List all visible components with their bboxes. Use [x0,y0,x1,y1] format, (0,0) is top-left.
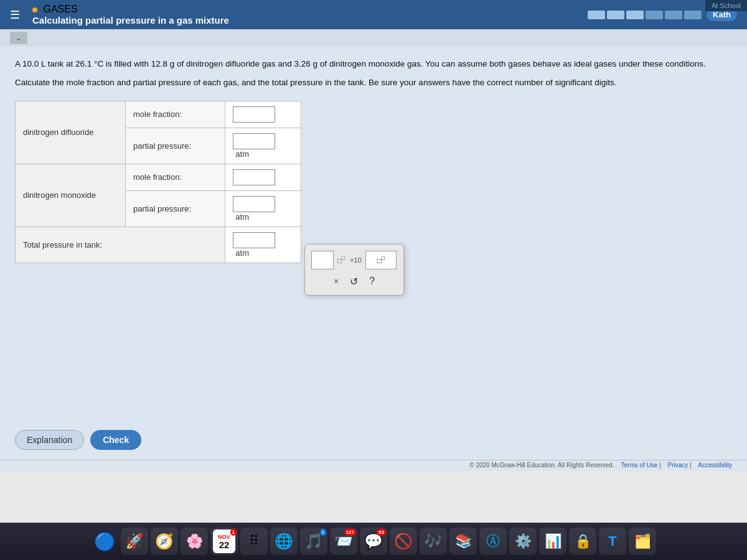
keypad-main-box[interactable] [311,251,334,269]
keypad-help-button[interactable]: ? [367,274,377,288]
chevron-area: ⌄ [0,29,747,47]
keypad-undo-button[interactable]: ↺ [347,274,360,289]
total-pressure-row: Total pressure in tank: atm [16,226,301,263]
menu-icon[interactable]: ☰ [10,8,20,22]
school-text: At School [712,2,741,9]
header-left: GASES Calculating partial pressure in a … [32,4,229,26]
progress-box-5 [665,11,682,19]
data-table: dinitrogen difluoride mole fraction: par… [15,101,301,263]
problem-text-1: A 10.0 L tank at 26.1 °C is filled with … [15,58,732,70]
dock-calendar-badge: 1 [230,529,237,536]
partial-pressure-input-2[interactable] [233,196,275,212]
check-button[interactable]: Check [90,430,141,450]
progress-box-4 [646,11,663,19]
footer-separator-1: | [659,462,662,469]
mole-fraction-label-1: mole fraction: [125,101,225,128]
dock-settings[interactable]: ⚙️ [509,528,537,555]
bottom-buttons: Explanation Check [0,420,747,460]
dock-music[interactable]: 🎶 [420,528,447,555]
main-content: A 10.0 L tank at 26.1 °C is filled with … [0,47,747,420]
dock-finder[interactable]: 🔵 [91,528,118,555]
partial-pressure-input-1[interactable] [233,133,275,149]
dock-photos2[interactable]: 🎵 1 [300,528,327,555]
footer-bar: © 2020 McGraw-Hill Education. All Rights… [0,460,747,471]
collapse-button[interactable]: ⌄ [10,32,27,44]
accessibility-link[interactable]: Accessibility [698,462,732,469]
terms-link[interactable]: Terms of Use [621,462,657,469]
atm-label-3: atm [235,248,249,258]
mole-fraction-input-cell-2 [225,164,301,190]
dock-safari[interactable]: 🧭 [151,528,178,555]
dock: 🔵 🚀 🧭 🌸 NOV 22 1 ⠿ 🌐 🎵 1 📨 127 💬 53 🚫 [0,523,747,560]
total-pressure-input-cell: atm [225,226,301,263]
category-text: GASES [43,4,77,14]
gas-label-1: dinitrogen difluoride [16,101,126,164]
gases-circle-icon [32,7,37,12]
total-pressure-label: Total pressure in tank: [16,226,225,263]
dock-appstore[interactable]: Ⓐ [479,528,507,555]
top-bar: ☰ GASES Calculating partial pressure in … [0,0,747,29]
partial-pressure-input-cell-2: atm [225,190,301,226]
footer-separator-2: | [690,462,693,469]
progress-box-3 [626,11,644,19]
atm-label-1: atm [235,149,249,159]
dock-launchpad[interactable]: 🚀 [121,528,148,555]
partial-pressure-label-2: partial pressure: [125,190,225,226]
keypad-x10-label: □□ [337,255,345,264]
dock-grid-app[interactable]: ⠿ [240,528,268,555]
keypad-x10-text: ×10 [350,256,362,264]
mole-fraction-input-2[interactable] [233,169,275,185]
keypad-top-row: □□ ×10 □□ [311,251,397,269]
progress-box-1 [588,11,605,19]
dock-calendar[interactable]: NOV 22 1 [210,528,238,555]
progress-box-6 [684,11,702,19]
dock-twitter[interactable]: T [599,528,626,555]
mole-fraction-input-cell-1 [225,101,301,128]
progress-boxes [588,11,702,19]
dock-vpn[interactable]: 🔒 [569,528,596,555]
atm-label-2: atm [235,212,249,222]
page-title: Calculating partial pressure in a gas mi… [32,15,229,26]
mole-fraction-wrapper-1 [233,106,275,123]
dock-photos2-badge: 1 [320,529,326,536]
dock-mail-badge: 127 [344,529,356,536]
copyright-text: © 2020 McGraw-Hill Education. All Rights… [469,462,614,469]
keypad-exponent-box[interactable]: □□ [365,251,397,269]
partial-pressure-input-cell-1: atm [225,128,301,164]
dock-no-symbol[interactable]: 🚫 [390,528,417,555]
mole-fraction-input-1[interactable] [233,106,275,123]
explanation-button[interactable]: Explanation [15,430,84,450]
mole-fraction-label-2: mole fraction: [125,164,225,190]
total-pressure-input[interactable] [233,232,275,248]
table-row: dinitrogen difluoride mole fraction: [16,101,301,128]
dock-month: NOV [218,534,230,540]
category-label: GASES [32,4,229,15]
dock-chrome[interactable]: 🌐 [270,528,298,555]
gas-label-2: dinitrogen monoxide [16,164,126,226]
dock-finder2[interactable]: 🗂️ [629,528,656,555]
dock-photos[interactable]: 🌸 [181,528,208,555]
dock-books[interactable]: 📚 [449,528,477,555]
dock-messages[interactable]: 💬 53 [360,528,387,555]
school-label: At School [705,0,747,11]
keypad-buttons-row: × ↺ ? [311,274,397,289]
privacy-link[interactable]: Privacy [668,462,688,469]
partial-pressure-label-1: partial pressure: [125,128,225,164]
problem-text-2: Calculate the mole fraction and partial … [15,77,732,89]
progress-box-2 [607,11,624,19]
dock-day: 22 [219,540,230,549]
table-row: dinitrogen monoxide mole fraction: [16,164,301,190]
keypad-multiply-button[interactable]: × [331,275,341,287]
dock-mail[interactable]: 📨 127 [330,528,357,555]
keypad-popup: □□ ×10 □□ × ↺ ? [304,244,404,296]
app-container: At School ☰ GASES Calculating partial pr… [0,0,747,523]
dock-charts[interactable]: 📊 [539,528,566,555]
dock-messages-badge: 53 [377,529,386,536]
